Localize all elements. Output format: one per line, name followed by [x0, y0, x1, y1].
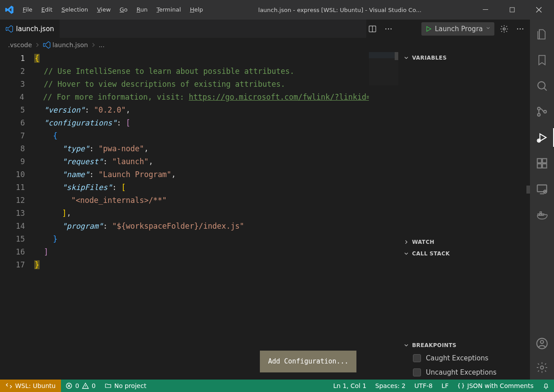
remote-icon — [5, 382, 12, 389]
activity-search[interactable] — [530, 74, 554, 98]
window-maximize-button[interactable] — [499, 0, 526, 20]
line-number: 4 — [0, 91, 34, 104]
line-number: 14 — [0, 220, 35, 233]
menu-edit[interactable]: EditEdit — [37, 0, 57, 20]
title-bar: FFileile EditEdit SelectionSelection Vie… — [0, 0, 554, 20]
tab-label: launch.json — [16, 25, 54, 33]
chevron-right-icon — [34, 41, 41, 48]
svg-point-28 — [541, 366, 544, 369]
chevron-down-icon — [485, 25, 491, 32]
svg-point-9 — [520, 28, 521, 29]
status-problems[interactable]: 0 0 — [61, 380, 100, 392]
run-configuration-selector[interactable]: Launch Progra — [421, 22, 494, 36]
more-actions-icon[interactable] — [382, 23, 395, 35]
activity-explorer[interactable] — [530, 22, 554, 46]
svg-point-11 — [538, 82, 545, 89]
svg-rect-22 — [538, 214, 540, 216]
status-label: JSON with Comments — [467, 382, 534, 389]
code-text: "skipFiles" — [62, 183, 112, 192]
window-close-button[interactable] — [526, 0, 552, 20]
breadcrumb-folder[interactable]: .vscode — [8, 41, 32, 48]
svg-point-6 — [391, 28, 392, 29]
svg-point-14 — [544, 110, 546, 113]
breadcrumb-file[interactable]: launch.json — [53, 41, 88, 48]
status-cursor[interactable]: Ln 1, Col 1 — [329, 380, 371, 392]
activity-run-debug[interactable] — [530, 125, 554, 150]
svg-point-7 — [503, 28, 505, 30]
svg-point-12 — [538, 107, 540, 110]
code-link[interactable]: https://go.microsoft.com/fwlink/?linkid=… — [189, 93, 398, 101]
menu-help[interactable]: HelpHelp — [186, 0, 208, 20]
window-minimize-button[interactable] — [472, 0, 499, 20]
menu-go[interactable]: GoGo — [115, 0, 132, 20]
status-bar: WSL: Ubuntu 0 0 No project Ln 1, Col 1 S… — [0, 380, 554, 392]
section-watch[interactable]: WATCH — [399, 236, 530, 248]
section-breakpoints[interactable]: BREAKPOINTS — [399, 339, 530, 351]
section-callstack[interactable]: CALL STACK — [399, 248, 530, 259]
svg-point-10 — [522, 28, 524, 29]
scrollbar-thumb[interactable] — [395, 52, 398, 60]
checkbox[interactable] — [413, 354, 421, 362]
debug-more-icon[interactable] — [514, 23, 526, 35]
svg-rect-17 — [542, 159, 546, 163]
checkbox[interactable] — [413, 368, 421, 376]
breadcrumb[interactable]: .vscode launch.json ... — [0, 38, 530, 52]
breakpoint-label: Caught Exceptions — [426, 354, 489, 362]
svg-point-5 — [388, 28, 389, 29]
add-configuration-button[interactable]: Add Configuration... — [260, 351, 356, 372]
code-text: "<node_internals>/**" — [71, 196, 167, 205]
code-text: "request" — [62, 157, 103, 166]
menu-terminal[interactable]: TerminalTerminal — [152, 0, 186, 20]
activity-account[interactable] — [530, 331, 554, 356]
code-text: "type" — [62, 144, 89, 153]
menu-file[interactable]: FFileile — [18, 0, 37, 20]
menu-run[interactable]: RunRun — [132, 0, 152, 20]
activity-source-control[interactable] — [530, 100, 554, 124]
minimap[interactable] — [369, 52, 398, 380]
status-language[interactable]: JSON with Comments — [453, 380, 538, 392]
warning-icon — [82, 382, 89, 389]
bell-icon — [542, 382, 550, 389]
menu-selection[interactable]: SelectionSelection — [57, 0, 93, 20]
error-icon — [65, 382, 73, 389]
line-number: 13 — [0, 207, 35, 220]
scrollbar-thumb[interactable] — [526, 186, 530, 194]
settings-gear-icon[interactable] — [498, 23, 510, 35]
vscode-logo-icon — [2, 0, 16, 20]
menu-view[interactable]: ViewView — [93, 0, 115, 20]
tab-launch-json[interactable]: launch.json — [0, 20, 60, 38]
activity-settings[interactable] — [530, 356, 554, 380]
breakpoint-caught[interactable]: Caught Exceptions — [399, 351, 530, 365]
activity-bookmarks[interactable] — [530, 48, 554, 72]
status-notifications[interactable] — [538, 380, 554, 392]
code-text: "${workspaceFolder}/index.js" — [112, 222, 244, 230]
svg-rect-25 — [540, 212, 542, 214]
svg-rect-18 — [538, 164, 542, 168]
svg-rect-23 — [540, 214, 542, 216]
status-encoding[interactable]: UTF-8 — [410, 380, 437, 392]
section-variables[interactable]: VARIABLES — [399, 52, 530, 64]
activity-docker[interactable] — [530, 203, 554, 227]
svg-rect-19 — [542, 164, 546, 168]
status-eol[interactable]: LF — [437, 380, 453, 392]
activity-remote-explorer[interactable] — [530, 177, 554, 201]
breadcrumb-more[interactable]: ... — [99, 41, 105, 48]
line-number: 5 — [0, 104, 35, 117]
section-label: WATCH — [412, 239, 434, 245]
status-remote[interactable]: WSL: Ubuntu — [0, 380, 61, 392]
status-indent[interactable]: Spaces: 2 — [371, 380, 410, 392]
breakpoint-uncaught[interactable]: Uncaught Exceptions — [399, 365, 530, 380]
split-editor-icon[interactable] — [366, 23, 379, 35]
line-number: 7 — [0, 129, 35, 142]
code-editor[interactable]: 1{ 2 // Use IntelliSense to learn about … — [0, 52, 398, 380]
status-project[interactable]: No project — [100, 380, 151, 392]
section-label: CALL STACK — [412, 251, 450, 257]
chevron-down-icon — [403, 251, 409, 257]
section-label: BREAKPOINTS — [412, 342, 457, 348]
activity-bar — [530, 20, 554, 380]
line-number: 15 — [0, 233, 35, 246]
activity-extensions[interactable] — [530, 151, 554, 175]
line-number: 17 — [0, 259, 35, 271]
svg-point-4 — [385, 28, 387, 29]
window-title: launch.json - express [WSL: Ubuntu] - Vi… — [209, 7, 470, 13]
